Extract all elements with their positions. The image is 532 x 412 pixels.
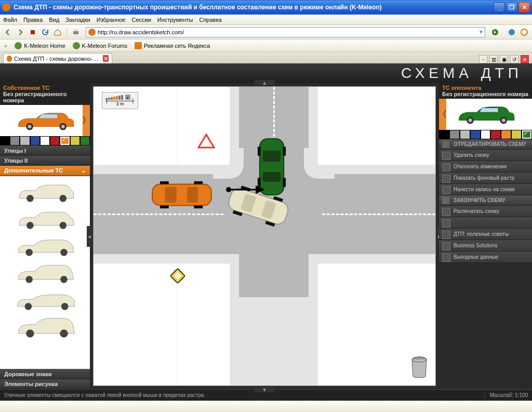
address-bar[interactable]: ▾	[86, 27, 485, 37]
accordion-elements[interactable]: Элементы рисунка	[0, 379, 90, 389]
list-item[interactable]	[0, 232, 90, 259]
menu-show-grid[interactable]: Показать фоновый растр	[439, 172, 532, 184]
pan-down-handle[interactable]: ▾	[254, 387, 275, 392]
color-swatch[interactable]	[50, 136, 60, 145]
svg-rect-26	[263, 172, 281, 182]
tab-new-button[interactable]: ▫	[479, 55, 487, 63]
color-swatch[interactable]	[511, 130, 522, 139]
bookmarks-chevron-icon[interactable]: »	[4, 43, 7, 49]
accordion-extra-vehicles[interactable]: Дополнительные ТС⌄	[0, 166, 90, 176]
tab-bar: Схема ДТП - схемы дорожно-трансп... ✕ ▫ …	[0, 52, 532, 63]
prev-vehicle-button[interactable]: 〈	[439, 99, 446, 130]
chevron-down-icon: ⌄	[81, 167, 86, 174]
svg-rect-25	[263, 151, 281, 162]
dropdown-icon[interactable]: ▾	[480, 29, 483, 35]
list-item[interactable]	[0, 313, 90, 340]
svg-rect-1	[73, 31, 78, 34]
trash-icon[interactable]	[410, 356, 428, 378]
tab-restore-button[interactable]: ↺	[510, 55, 518, 63]
color-swatch[interactable]	[20, 136, 30, 145]
tab-closeall-button[interactable]: ✕	[521, 55, 529, 63]
home-button[interactable]	[52, 26, 63, 38]
accordion-streets-1[interactable]: Улицы I	[0, 146, 90, 156]
color-swatch[interactable]	[501, 130, 511, 139]
list-item[interactable]	[0, 205, 90, 232]
pan-left-handle[interactable]: ◂	[87, 226, 92, 247]
color-swatch[interactable]	[0, 136, 10, 145]
bookmark-kmeleon-forums[interactable]: K-Meleon Forums	[73, 42, 127, 49]
pan-up-handle[interactable]: ▴	[254, 80, 275, 85]
maximize-button[interactable]: ❐	[506, 2, 517, 12]
color-swatch[interactable]	[10, 136, 20, 145]
priority-sign-icon[interactable]	[170, 269, 185, 283]
own-vehicle-preview[interactable]: 〉	[0, 105, 90, 136]
next-vehicle-button[interactable]: 〉	[83, 105, 90, 136]
color-swatch[interactable]	[460, 130, 470, 139]
color-swatch[interactable]	[470, 130, 481, 139]
accordion-streets-2[interactable]: Улицы II	[0, 156, 90, 166]
list-item[interactable]	[0, 178, 90, 205]
color-swatch[interactable]	[481, 130, 491, 139]
menu-discard[interactable]: Отклонить изменения	[439, 161, 532, 172]
globe-icon[interactable]	[506, 26, 517, 38]
url-input[interactable]	[98, 29, 480, 35]
back-button[interactable]	[2, 26, 14, 38]
scale-widget[interactable]: ＋ ││3 m	[102, 92, 138, 109]
tab-list-button[interactable]: ▥	[489, 55, 498, 63]
forward-button[interactable]	[15, 26, 26, 38]
close-button[interactable]: ✕	[518, 2, 530, 12]
tab-close-button[interactable]: ✕	[103, 55, 109, 62]
svg-point-13	[59, 222, 66, 229]
bookmark-yandex[interactable]: Рекламная сеть Яндекса	[135, 42, 210, 49]
browser-tab[interactable]: Схема ДТП - схемы дорожно-трансп... ✕	[3, 53, 112, 63]
stop-button[interactable]	[27, 26, 38, 38]
menu-bookmarks[interactable]: Закладки	[65, 17, 90, 23]
menu-business[interactable]: Business Solutions	[439, 240, 532, 251]
svg-point-15	[60, 249, 68, 256]
list-item[interactable]	[0, 259, 90, 286]
menu-add-text[interactable]: Нанести запись на схеме	[439, 184, 532, 195]
minimize-button[interactable]: _	[494, 2, 505, 12]
color-swatch[interactable]	[490, 130, 501, 139]
vehicle-list[interactable]	[0, 176, 90, 369]
color-swatch[interactable]	[439, 130, 449, 139]
menu-favorites[interactable]: Избранное	[97, 17, 126, 23]
menu-view[interactable]: Вид	[49, 17, 59, 23]
warning-triangle-icon[interactable]	[197, 134, 215, 149]
svg-point-20	[26, 329, 34, 337]
menu-file[interactable]: Файл	[3, 17, 17, 23]
go-button[interactable]	[489, 26, 501, 38]
color-swatch[interactable]	[80, 136, 90, 145]
color-swatch[interactable]	[70, 136, 80, 145]
scale-label: 3 m	[116, 101, 124, 107]
right-menu: ОТРЕДАКТИРОВАТЬ СХЕМУ Удалить схему Откл…	[439, 139, 532, 263]
menu-edit[interactable]: Правка	[23, 17, 43, 23]
menu-blank[interactable]	[439, 217, 532, 229]
color-swatch-selected[interactable]	[60, 136, 70, 145]
bookmark-kmeleon-home[interactable]: K-Meleon Home	[15, 42, 65, 49]
list-item[interactable]	[0, 286, 90, 313]
opponent-vehicle-preview[interactable]: 〈	[439, 99, 532, 130]
menu-tips[interactable]: ДТП: полезные советы	[439, 229, 532, 240]
color-swatch[interactable]	[449, 130, 460, 139]
reload-button[interactable]	[39, 26, 51, 38]
own-car[interactable]	[150, 180, 214, 209]
car-icon	[14, 110, 76, 132]
drawing-canvas[interactable]: ＋ ││3 m	[93, 86, 436, 386]
menu-sessions[interactable]: Сессии	[131, 17, 151, 23]
menu-tools[interactable]: Инструменты	[157, 17, 193, 23]
color-swatch[interactable]	[30, 136, 40, 145]
accordion-signs[interactable]: Дорожные знаки	[0, 369, 90, 379]
color-swatch-selected[interactable]	[522, 130, 532, 139]
print-button[interactable]	[70, 26, 82, 38]
svg-rect-33	[187, 187, 198, 203]
favicon-icon	[88, 29, 96, 36]
color-swatch[interactable]	[40, 136, 50, 145]
menu-imprint[interactable]: Выходные данные	[439, 251, 532, 263]
menu-delete[interactable]: Удалить схему	[439, 150, 532, 161]
menu-print[interactable]: Распечатать схему	[439, 206, 532, 217]
direction-arrow-icon[interactable]	[224, 184, 266, 195]
menu-help[interactable]: Справка	[199, 17, 221, 23]
svg-rect-32	[165, 187, 176, 203]
tab-window-button[interactable]: ▣	[500, 55, 508, 63]
